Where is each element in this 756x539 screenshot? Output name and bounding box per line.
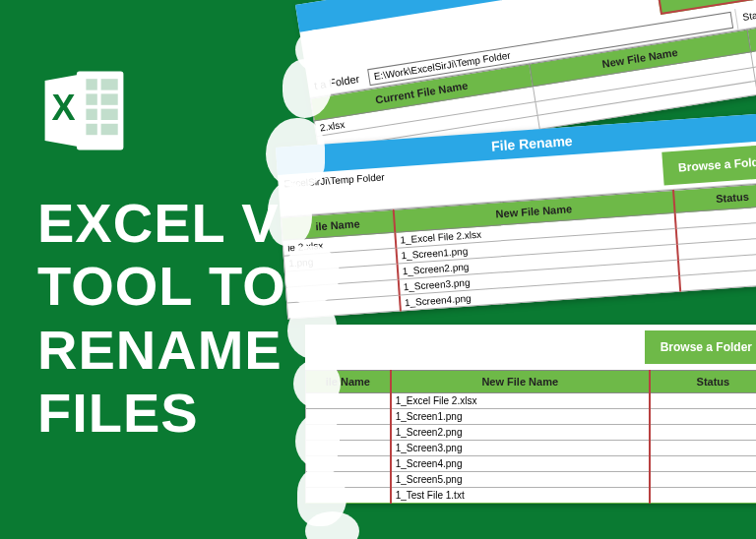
- svg-rect-6: [101, 109, 118, 120]
- torn-edge: [287, 305, 337, 359]
- cell-new: 1_Screen4.png: [391, 456, 650, 472]
- browse-folder-button[interactable]: Browse a Folder: [645, 330, 756, 364]
- cell-new: 1_Screen2.png: [391, 425, 650, 441]
- torn-edge: [293, 359, 341, 408]
- cell-new: 1_Screen5.png: [391, 472, 650, 488]
- svg-rect-4: [101, 93, 118, 104]
- cell-new: 1_Screen3.png: [391, 441, 650, 456]
- torn-edge: [305, 511, 359, 539]
- sheet-bottom: Browse a Folder ile Name New File Name S…: [305, 325, 756, 504]
- excel-icon: X: [37, 64, 131, 161]
- svg-rect-8: [101, 124, 118, 135]
- col-new: New File Name: [391, 371, 650, 393]
- cell-new: 1_Excel File 2.xlsx: [391, 393, 650, 409]
- col-status: Status: [650, 371, 756, 393]
- cell-new: 1_Test File 1.txt: [391, 488, 650, 504]
- sheet-middle: File Rename ExcelSirJi\Temp Folder Brows…: [276, 112, 756, 320]
- svg-rect-2: [101, 79, 118, 90]
- torn-edge: [295, 413, 340, 467]
- torn-edge: [266, 118, 325, 187]
- browse-folder-button[interactable]: Browse a Folder: [662, 144, 756, 186]
- cell-new: 1_Screen1.png: [391, 409, 650, 425]
- svg-text:X: X: [52, 88, 76, 128]
